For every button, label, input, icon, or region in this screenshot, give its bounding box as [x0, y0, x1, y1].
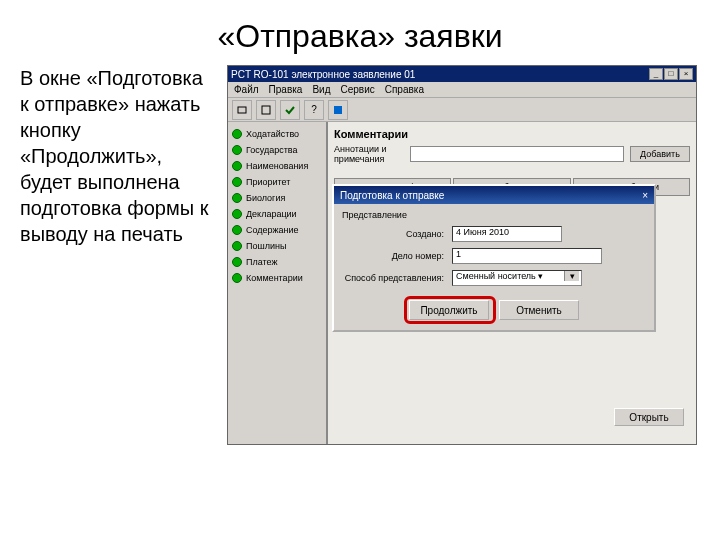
- sidebar-item-priority[interactable]: Приоритет: [230, 174, 324, 190]
- method-select[interactable]: Сменный носитель ▾: [452, 270, 582, 286]
- sidebar-item-states[interactable]: Государства: [230, 142, 324, 158]
- add-button[interactable]: Добавить: [630, 146, 690, 162]
- prepare-dialog: Подготовка к отправке × Представление Со…: [332, 184, 656, 332]
- print-icon[interactable]: [232, 100, 252, 120]
- method-label: Способ представления:: [342, 273, 452, 283]
- toolbar: ?: [228, 98, 696, 122]
- status-dot-icon: [232, 145, 242, 155]
- number-field[interactable]: 1: [452, 248, 602, 264]
- tool-icon[interactable]: [256, 100, 276, 120]
- sidebar-label: Биология: [246, 193, 285, 203]
- status-dot-icon: [232, 209, 242, 219]
- sidebar-item-comments[interactable]: Комментарии: [230, 270, 324, 286]
- sidebar-item-petition[interactable]: Ходатайство: [230, 126, 324, 142]
- sidebar-item-declarations[interactable]: Декларации: [230, 206, 324, 222]
- created-field[interactable]: 4 Июня 2010: [452, 226, 562, 242]
- sidebar-label: Государства: [246, 145, 298, 155]
- window-title: PCT RO-101 электронное заявление 01: [231, 69, 415, 80]
- sidebar-label: Приоритет: [246, 177, 290, 187]
- menubar: Файл Правка Вид Сервис Справка: [228, 82, 696, 98]
- sidebar-label: Наименования: [246, 161, 308, 171]
- note-select[interactable]: [410, 146, 624, 162]
- titlebar: PCT RO-101 электронное заявление 01 _ □ …: [228, 66, 696, 82]
- sidebar-item-fees[interactable]: Пошлины: [230, 238, 324, 254]
- status-dot-icon: [232, 273, 242, 283]
- open-button[interactable]: Открыть: [614, 408, 684, 426]
- menu-file[interactable]: Файл: [234, 84, 259, 95]
- slide-instruction: В окне «Подготовка к отправке» нажать кн…: [20, 65, 215, 445]
- status-dot-icon: [232, 241, 242, 251]
- help-icon[interactable]: ?: [304, 100, 324, 120]
- close-icon[interactable]: ×: [679, 68, 693, 80]
- sidebar-label: Платеж: [246, 257, 277, 267]
- cancel-button[interactable]: Отменить: [499, 300, 579, 320]
- minimize-icon[interactable]: _: [649, 68, 663, 80]
- number-label: Дело номер:: [342, 251, 452, 261]
- dialog-titlebar: Подготовка к отправке ×: [334, 186, 654, 204]
- sidebar-label: Ходатайство: [246, 129, 299, 139]
- sidebar: Ходатайство Государства Наименования При…: [228, 122, 328, 444]
- dialog-title-text: Подготовка к отправке: [340, 190, 444, 201]
- maximize-icon[interactable]: □: [664, 68, 678, 80]
- status-dot-icon: [232, 225, 242, 235]
- sidebar-label: Комментарии: [246, 273, 303, 283]
- continue-button[interactable]: Продолжить: [409, 300, 489, 320]
- status-dot-icon: [232, 161, 242, 171]
- sidebar-item-payment[interactable]: Платеж: [230, 254, 324, 270]
- menu-edit[interactable]: Правка: [269, 84, 303, 95]
- created-label: Создано:: [342, 229, 452, 239]
- status-dot-icon: [232, 257, 242, 267]
- menu-service[interactable]: Сервис: [340, 84, 374, 95]
- status-dot-icon: [232, 193, 242, 203]
- status-dot-icon: [232, 129, 242, 139]
- menu-view[interactable]: Вид: [312, 84, 330, 95]
- sidebar-item-contents[interactable]: Содержание: [230, 222, 324, 238]
- sidebar-label: Пошлины: [246, 241, 286, 251]
- dialog-section-label: Представление: [342, 210, 646, 220]
- note-label: Аннотации и примечания: [334, 144, 404, 164]
- svg-rect-0: [238, 107, 246, 113]
- comments-heading: Комментарии: [334, 128, 690, 140]
- dialog-close-icon[interactable]: ×: [642, 190, 648, 201]
- sidebar-item-names[interactable]: Наименования: [230, 158, 324, 174]
- menu-help[interactable]: Справка: [385, 84, 424, 95]
- status-dot-icon: [232, 177, 242, 187]
- main-panel: Комментарии Аннотации и примечания Добав…: [328, 122, 696, 444]
- svg-rect-1: [262, 106, 270, 114]
- svg-rect-2: [334, 106, 342, 114]
- application-window: PCT RO-101 электронное заявление 01 _ □ …: [227, 65, 697, 445]
- sidebar-label: Декларации: [246, 209, 297, 219]
- sidebar-label: Содержание: [246, 225, 299, 235]
- sidebar-item-biology[interactable]: Биология: [230, 190, 324, 206]
- check-icon[interactable]: [280, 100, 300, 120]
- save-icon[interactable]: [328, 100, 348, 120]
- slide-title: «Отправка» заявки: [0, 0, 720, 65]
